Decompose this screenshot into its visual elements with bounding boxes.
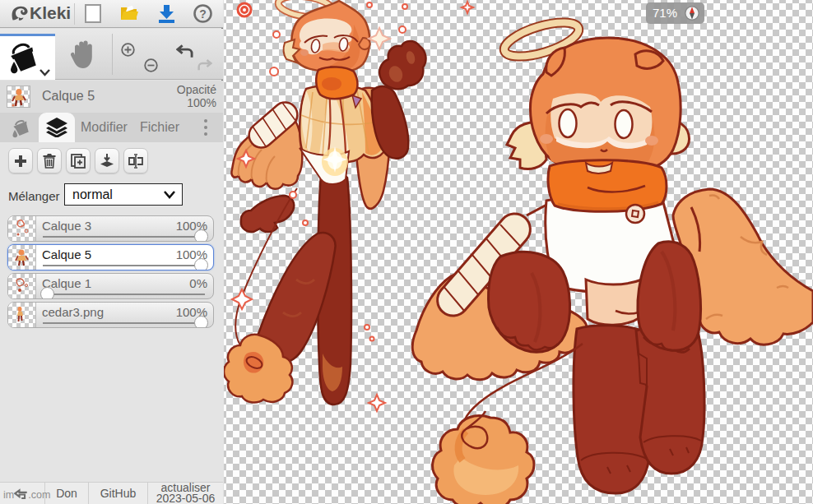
- svg-text:?: ?: [199, 7, 207, 21]
